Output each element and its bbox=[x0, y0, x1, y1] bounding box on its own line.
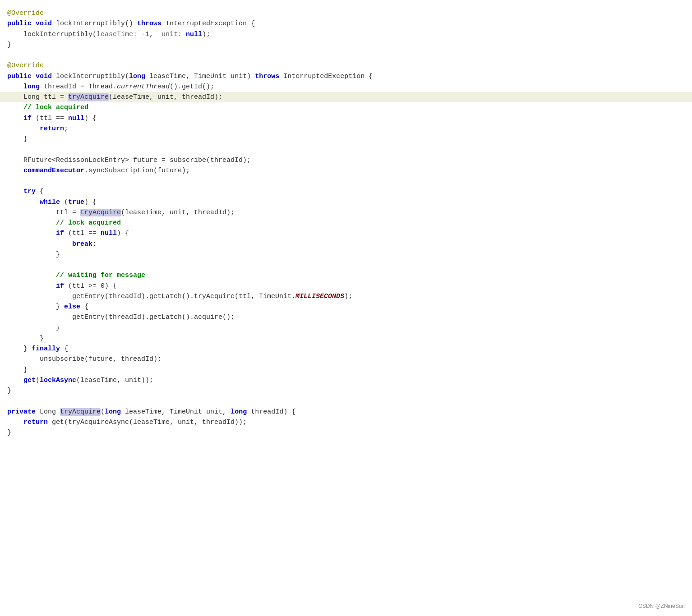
annotation-override-1: @Override bbox=[7, 9, 44, 17]
line-23: break; bbox=[0, 239, 692, 249]
line-31: } bbox=[0, 323, 692, 333]
line-6: @Override bbox=[0, 60, 692, 71]
line-35: } bbox=[0, 365, 692, 375]
line-2: public void lockInterruptibly() throws I… bbox=[0, 18, 692, 29]
line-15: RFuture<RedissonLockEntry> future = subs… bbox=[0, 155, 692, 165]
line-7: public void lockInterruptibly(long lease… bbox=[0, 71, 692, 82]
line-32: } bbox=[0, 333, 692, 344]
line-33: } finally { bbox=[0, 344, 692, 354]
line-10: // lock acquired bbox=[0, 102, 692, 113]
line-17 bbox=[0, 176, 692, 186]
line-30: getEntry(threadId).getLatch().acquire(); bbox=[0, 312, 692, 322]
line-24: } bbox=[0, 249, 692, 260]
line-27: if (ttl >= 0) { bbox=[0, 281, 692, 291]
line-11: if (ttl == null) { bbox=[0, 113, 692, 124]
line-18: try { bbox=[0, 186, 692, 197]
line-13: } bbox=[0, 134, 692, 144]
line-16: commandExecutor.syncSubscription(future)… bbox=[0, 165, 692, 176]
line-26: // waiting for message bbox=[0, 270, 692, 280]
line-9: Long ttl = tryAcquire(leaseTime, unit, t… bbox=[0, 92, 692, 102]
line-8: long threadId = Thread.currentThread().g… bbox=[0, 82, 692, 92]
line-39: private Long tryAcquire(long leaseTime, … bbox=[0, 407, 692, 417]
line-5 bbox=[0, 50, 692, 60]
line-3: lockInterruptibly(leaseTime: -1, unit: n… bbox=[0, 29, 692, 40]
line-29: } else { bbox=[0, 302, 692, 312]
line-4: } bbox=[0, 40, 692, 50]
line-25 bbox=[0, 260, 692, 270]
line-36: get(lockAsync(leaseTime, unit)); bbox=[0, 375, 692, 386]
line-21: // lock acquired bbox=[0, 218, 692, 228]
line-20: ttl = tryAcquire(leaseTime, unit, thread… bbox=[0, 207, 692, 218]
line-14 bbox=[0, 144, 692, 155]
line-1: @Override bbox=[0, 8, 692, 18]
line-19: while (true) { bbox=[0, 197, 692, 207]
line-41: } bbox=[0, 428, 692, 438]
line-40: return get(tryAcquireAsync(leaseTime, un… bbox=[0, 417, 692, 428]
line-38 bbox=[0, 396, 692, 406]
line-22: if (ttl == null) { bbox=[0, 228, 692, 239]
line-12: return; bbox=[0, 124, 692, 134]
line-37: } bbox=[0, 386, 692, 396]
code-block: @Override public void lockInterruptibly(… bbox=[0, 5, 692, 441]
line-28: getEntry(threadId).getLatch().tryAcquire… bbox=[0, 291, 692, 302]
line-34: unsubscribe(future, threadId); bbox=[0, 354, 692, 364]
